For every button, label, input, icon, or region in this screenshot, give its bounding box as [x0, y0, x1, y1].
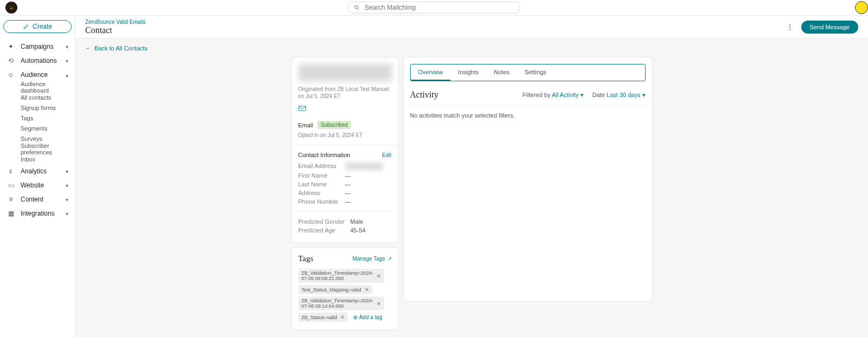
nav-automations[interactable]: ⟲Automations▾ [3, 54, 72, 68]
subnav-signup-forms[interactable]: Signup forms [3, 102, 72, 113]
remove-tag-icon[interactable]: ✕ [340, 314, 344, 320]
email-redacted [345, 163, 383, 170]
subnav-audience-dashboard[interactable]: Audience dashboard [3, 82, 72, 92]
svg-line-2 [358, 9, 360, 10]
manage-tags-link[interactable]: Manage Tags↗ [353, 256, 392, 262]
tag-text: ZB_Validation_Timestamp=2024-07-08 09:14… [302, 298, 373, 309]
subnav-subscriber-preferences[interactable]: Subscriber preferences [3, 144, 72, 154]
info-key: Predicted Gender [298, 218, 350, 225]
arrow-left-icon: ← [85, 45, 91, 51]
back-label: Back to All Contacts [94, 45, 148, 51]
subnav-tags[interactable]: Tags [3, 113, 72, 123]
tag-chip[interactable]: ZB_Validation_Timestamp=2024-07-08 09:14… [298, 296, 384, 310]
filter-label: Date [592, 92, 605, 98]
search-input[interactable] [365, 4, 514, 11]
tab-settings[interactable]: Settings [517, 64, 554, 81]
subnav-inbox[interactable]: Inbox [3, 154, 72, 164]
chevron-down-icon: ▾ [642, 92, 646, 98]
info-key: First Name [298, 172, 345, 179]
send-message-button[interactable]: Send Message [801, 21, 858, 34]
add-tag-label: Add a tag [359, 314, 382, 320]
remove-tag-icon[interactable]: ✕ [365, 287, 369, 293]
info-val: — [345, 172, 351, 179]
nav-website[interactable]: ▭Website▾ [3, 178, 72, 192]
subnav-segments[interactable]: Segments [3, 123, 72, 133]
info-row-email: Email Address [298, 163, 392, 170]
chevron-down-icon: ▾ [66, 44, 68, 50]
info-row-phone: Phone Number— [298, 198, 392, 205]
divider [292, 211, 398, 212]
tag-text: ZB_Validation_Timestamp=2024-07-05 08:08… [302, 270, 373, 281]
info-row-address: Address— [298, 190, 392, 196]
tab-overview[interactable]: Overview [411, 64, 451, 81]
mailchimp-logo[interactable] [5, 2, 17, 14]
info-val: — [345, 198, 351, 205]
filter-activity[interactable]: Filtered by All Activity ▾ [522, 92, 583, 99]
page-title: Contact [85, 25, 146, 35]
chevron-down-icon: ▾ [66, 197, 68, 203]
nav-content[interactable]: ≡Content▾ [3, 192, 72, 206]
edit-contact-link[interactable]: Edit [382, 152, 391, 158]
remove-tag-icon[interactable]: ✕ [376, 301, 381, 307]
chevron-down-icon: ▾ [580, 92, 584, 98]
external-link-icon: ↗ [387, 256, 392, 262]
search-box[interactable] [348, 2, 520, 14]
plus-circle-icon: ⊕ [353, 314, 358, 320]
back-to-contacts-link[interactable]: ← Back to All Contacts [85, 45, 148, 51]
sidebar: Create ✦Campaigns▾ ⟲Automations▾ ☺Audien… [0, 16, 75, 337]
tag-chip[interactable]: ZB_Status=valid✕ [298, 313, 348, 322]
filter-value: Last 30 days ▾ [607, 92, 645, 98]
chevron-down-icon: ▾ [66, 58, 68, 64]
remove-tag-icon[interactable]: ✕ [376, 273, 381, 279]
info-val: 45-54 [350, 227, 366, 234]
search-icon [354, 4, 360, 11]
more-menu-button[interactable]: ⋮ [786, 23, 794, 31]
tag-text: ZB_Status=valid [302, 315, 337, 320]
info-key: Phone Number [298, 198, 345, 205]
tab-insights[interactable]: Insights [450, 64, 486, 81]
filter-date[interactable]: Date Last 30 days ▾ [592, 92, 646, 99]
tag-chip[interactable]: Test_Status_Mapping=valid✕ [298, 285, 372, 294]
subnav-all-contacts[interactable]: All contacts [3, 92, 72, 102]
topbar [0, 0, 868, 16]
svg-point-1 [355, 5, 358, 9]
info-key: Predicted Age [298, 227, 350, 234]
nav-audience[interactable]: ☺Audience▴ [3, 68, 72, 82]
contact-info-heading: Contact Information [298, 152, 350, 158]
profile-card: Originated from ZB Local Test Manuel on … [291, 57, 399, 243]
info-val: — [345, 181, 351, 187]
user-avatar[interactable] [855, 1, 868, 14]
filter-value: All Activity ▾ [552, 92, 584, 98]
divider [292, 145, 398, 145]
nav-analytics[interactable]: ⫾Analytics▾ [3, 164, 72, 178]
nav-label: Automations [21, 57, 57, 64]
create-label: Create [33, 23, 52, 30]
no-activities-text: No activities match your selected filter… [410, 112, 646, 119]
activity-card: Overview Insights Notes Settings Activit… [403, 57, 653, 302]
pencil-icon [23, 23, 29, 30]
create-button[interactable]: Create [3, 20, 72, 33]
tab-notes[interactable]: Notes [486, 64, 517, 81]
tags-heading: Tags [298, 254, 314, 263]
add-tag-link[interactable]: ⊕Add a tag [353, 314, 382, 320]
info-key: Last Name [298, 181, 345, 187]
nav-integrations[interactable]: ▦Integrations▾ [3, 206, 72, 221]
info-val: Male [350, 218, 363, 225]
nav-label: Content [21, 196, 43, 203]
contact-name-redacted [298, 64, 392, 81]
chevron-down-icon: ▾ [66, 168, 68, 174]
nav-campaigns[interactable]: ✦Campaigns▾ [3, 40, 72, 54]
tag-chip[interactable]: ZB_Validation_Timestamp=2024-07-05 08:08… [298, 269, 384, 283]
chevron-down-icon: ▾ [66, 211, 68, 217]
activity-heading: Activity [410, 90, 438, 100]
email-channel-icon[interactable] [298, 105, 392, 113]
breadcrumb[interactable]: ZeroBounce Valid Emails [85, 19, 146, 25]
tab-bar: Overview Insights Notes Settings [410, 64, 646, 81]
info-val: — [345, 190, 351, 196]
nav-label: Analytics [21, 167, 47, 175]
divider [410, 105, 646, 106]
manage-tags-label: Manage Tags [353, 256, 385, 262]
chevron-down-icon: ▾ [66, 183, 68, 189]
tags-card: Tags Manage Tags↗ ZB_Validation_Timestam… [291, 247, 399, 330]
email-label: Email [298, 122, 314, 128]
